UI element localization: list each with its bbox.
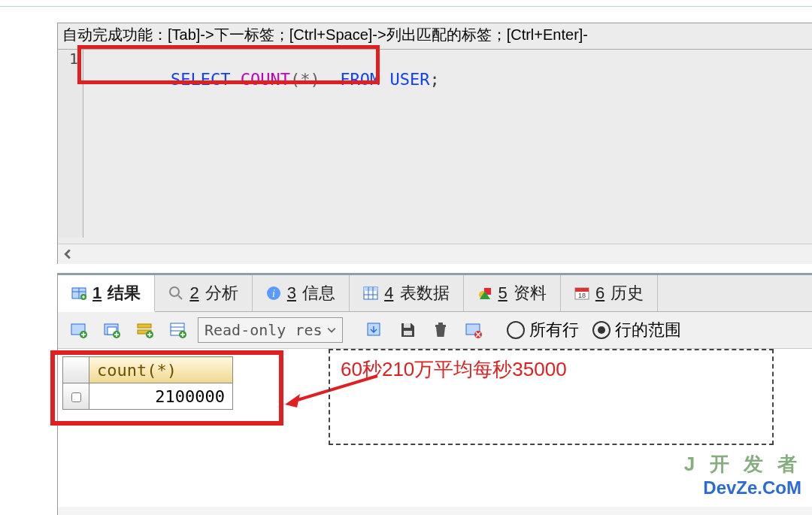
tab-info[interactable]: i 3 信息 — [253, 275, 350, 311]
table-row[interactable]: 2100000 — [63, 383, 233, 410]
annotation-text-box: 60秒210万平均每秒35000 — [329, 349, 774, 445]
svg-marker-38 — [285, 394, 300, 407]
tab-number: 1 — [92, 283, 102, 302]
delete-row-button[interactable] — [460, 317, 487, 344]
svg-rect-33 — [435, 325, 446, 327]
radio-row-range[interactable]: 行的范围 — [592, 319, 681, 341]
cell-count-value[interactable]: 2100000 — [89, 383, 233, 410]
gutter-line-number: 1 — [58, 50, 78, 68]
count-args: (*) — [290, 70, 320, 89]
row-filter-radios: 所有行 行的范围 — [507, 319, 681, 341]
svg-text:18: 18 — [578, 292, 586, 299]
keyword-user: USER — [389, 70, 429, 89]
top-divider — [0, 6, 812, 7]
tab-number: 3 — [287, 283, 296, 302]
tab-tabledata[interactable]: 4 表数据 — [350, 275, 463, 311]
editor-horizontal-scrollbar[interactable] — [58, 244, 812, 264]
results-table: count(*) 2100000 — [62, 356, 233, 410]
keyword-from: FROM — [340, 70, 380, 89]
grid-icon — [71, 286, 86, 301]
row-selector[interactable] — [63, 383, 89, 410]
tab-label: 结果 — [108, 283, 141, 302]
tab-label: 表数据 — [400, 283, 450, 302]
radio-icon — [592, 321, 611, 339]
svg-rect-34 — [438, 323, 443, 325]
chevron-down-icon — [327, 326, 336, 335]
svg-point-4 — [170, 287, 179, 296]
sql-line-1[interactable]: SELECT COUNT(*) FROM USER; — [91, 51, 440, 108]
line-gutter: 1 — [58, 50, 83, 238]
svg-rect-9 — [364, 287, 377, 291]
code-editor[interactable]: 1 SELECT COUNT(*) FROM USER; — [58, 49, 812, 238]
svg-line-5 — [178, 295, 182, 299]
tab-objects[interactable]: 5 资料 — [464, 275, 561, 311]
radio-icon — [507, 321, 525, 339]
table-icon — [363, 286, 378, 301]
column-header-count[interactable]: count(*) — [89, 357, 233, 383]
radio-range-label: 行的范围 — [615, 319, 681, 341]
keyword-count: COUNT — [241, 70, 290, 89]
save-button[interactable] — [394, 317, 421, 344]
insert-row-button[interactable] — [132, 317, 159, 344]
form-view-button[interactable] — [165, 317, 192, 344]
add-row-button[interactable] — [65, 317, 92, 344]
info-icon: i — [266, 286, 281, 301]
tab-number: 2 — [189, 283, 198, 302]
results-grid-area: count(*) 2100000 60秒210万平均每秒35000 — [58, 349, 812, 507]
tab-analysis[interactable]: 2 分析 — [155, 275, 252, 311]
svg-rect-31 — [404, 323, 411, 328]
row-checkbox[interactable] — [71, 392, 81, 402]
tab-label: 历史 — [611, 283, 644, 302]
tab-result[interactable]: 1 结果 — [58, 275, 155, 312]
autocomplete-hint: 自动完成功能：[Tab]->下一标签；[Ctrl+Space]->列出匹配的标签… — [58, 23, 812, 49]
export-grid-button[interactable] — [361, 317, 388, 344]
radio-all-rows[interactable]: 所有行 — [507, 319, 579, 341]
tab-label: 信息 — [302, 283, 335, 302]
radio-all-label: 所有行 — [529, 319, 579, 341]
tab-number: 6 — [595, 283, 604, 302]
sql-editor-panel: 自动完成功能：[Tab]->下一标签；[Ctrl+Space]->列出匹配的标签… — [57, 23, 812, 264]
keyword-select: SELECT — [171, 70, 230, 89]
tab-label: 分析 — [205, 283, 238, 302]
readonly-dropdown-label: Read-only res — [205, 321, 323, 339]
tab-history[interactable]: 18 6 历史 — [561, 275, 658, 311]
semicolon: ; — [429, 70, 439, 89]
delete-button[interactable] — [427, 317, 454, 344]
shapes-icon — [477, 286, 492, 301]
svg-text:i: i — [272, 288, 275, 299]
results-toolbar: Read-only res 所有行 行的范围 — [58, 312, 812, 349]
duplicate-row-button[interactable] — [98, 317, 126, 344]
corner-header[interactable] — [63, 357, 89, 383]
results-panel: 1 结果 2 分析 i 3 信息 4 表数据 — [57, 273, 812, 515]
calendar-icon: 18 — [574, 286, 589, 301]
svg-rect-32 — [404, 331, 412, 335]
tab-number: 4 — [384, 283, 393, 302]
annotation-text: 60秒210万平均每秒35000 — [341, 358, 567, 380]
scroll-left-icon[interactable] — [58, 244, 77, 264]
tab-label: 资料 — [514, 283, 547, 302]
readonly-dropdown[interactable]: Read-only res — [198, 317, 343, 343]
magnifier-icon — [168, 286, 183, 301]
tab-number: 5 — [498, 283, 508, 302]
svg-rect-23 — [138, 324, 151, 328]
results-tabs: 1 结果 2 分析 i 3 信息 4 表数据 — [58, 275, 812, 312]
table-header-row: count(*) — [63, 357, 233, 383]
